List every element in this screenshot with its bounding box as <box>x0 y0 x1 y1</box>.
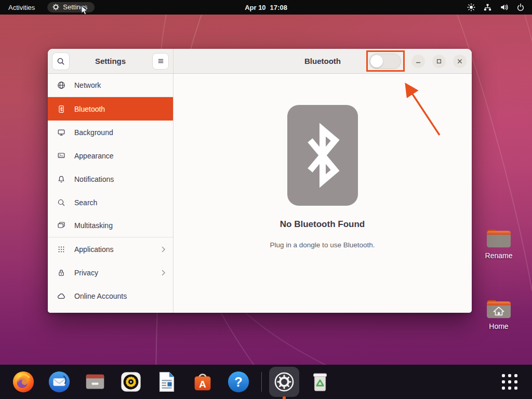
brightness-icon <box>467 3 475 11</box>
sidebar-header: Settings <box>48 49 174 73</box>
clock-date: Apr 10 <box>245 4 265 11</box>
sidebar-item-bluetooth[interactable]: Bluetooth <box>48 97 173 121</box>
sidebar-item-multitasking[interactable]: Multitasking <box>48 214 173 237</box>
clock-time: 17:08 <box>270 4 287 11</box>
sidebar-item-privacy[interactable]: Privacy <box>48 261 173 284</box>
bluetooth-logo-icon <box>301 122 344 189</box>
search-button[interactable] <box>52 52 70 70</box>
sidebar-item-background[interactable]: Background <box>48 121 173 144</box>
sidebar-item-label: Network <box>74 81 101 89</box>
desktop-icon-label: Rename <box>485 251 513 260</box>
dock-libreoffice-writer[interactable] <box>152 367 182 397</box>
dock-settings[interactable] <box>269 367 299 397</box>
empty-state-title: No Bluetooth Found <box>280 219 365 230</box>
files-icon <box>83 370 107 394</box>
titlebar[interactable]: Settings Bluetooth <box>48 49 472 74</box>
bluetooth-icon <box>57 105 65 113</box>
primary-menu-button[interactable] <box>152 53 169 70</box>
minimize-button[interactable] <box>411 55 425 68</box>
desktop-icon-home[interactable]: Home <box>474 297 524 330</box>
chevron-right-icon <box>162 246 166 252</box>
sidebar-item-appearance[interactable]: Appearance <box>48 144 173 167</box>
appearance-icon <box>57 152 65 160</box>
power-icon <box>516 3 525 11</box>
sidebar-item-search[interactable]: Search <box>48 191 173 214</box>
dock-firefox[interactable] <box>8 367 38 397</box>
sidebar-item-label: Bluetooth <box>74 105 105 113</box>
dock-rhythmbox[interactable] <box>116 367 146 397</box>
sidebar-item-label: Applications <box>74 245 114 254</box>
empty-state-subtitle: Plug in a dongle to use Bluetooth. <box>270 241 375 249</box>
cloud-icon <box>57 292 65 300</box>
settings-window: Settings Bluetooth <box>48 49 472 313</box>
sidebar-item-network[interactable]: Network <box>48 74 173 97</box>
sidebar-item-label: Notifications <box>74 175 114 183</box>
sidebar-item-notifications[interactable]: Notifications <box>48 167 173 191</box>
dock-separator <box>261 372 262 392</box>
page-title: Bluetooth <box>304 57 341 65</box>
trash-icon <box>308 370 332 394</box>
sidebar-item-label: Search <box>74 198 97 207</box>
bluetooth-logo-tile <box>287 105 358 206</box>
minimize-icon <box>415 58 422 65</box>
multitasking-icon <box>57 221 65 230</box>
ubuntu-software-icon: A <box>191 370 215 394</box>
firefox-icon <box>11 370 35 394</box>
activities-button[interactable]: Activities <box>0 0 43 15</box>
desktop: Rename Home Settings <box>0 0 532 399</box>
dock-help[interactable]: ? <box>223 367 254 397</box>
sidebar-item-label: Multitasking <box>74 221 113 230</box>
network-icon <box>483 3 492 11</box>
sidebar-item-online-accounts[interactable]: Online Accounts <box>48 284 173 308</box>
running-indicator <box>283 396 286 399</box>
apps-grid-icon <box>57 245 65 254</box>
close-button[interactable] <box>453 55 467 68</box>
search-icon <box>57 198 65 207</box>
dock-ubuntu-software[interactable]: A <box>188 367 218 397</box>
globe-icon <box>57 81 65 89</box>
gear-icon <box>52 4 59 10</box>
close-icon <box>456 58 463 65</box>
clock[interactable]: Apr 10 17:08 <box>245 4 287 11</box>
home-folder-icon <box>485 297 513 320</box>
maximize-icon <box>435 58 443 65</box>
sidebar-item-label: Online Accounts <box>74 292 127 300</box>
search-icon <box>57 57 65 65</box>
sidebar-item-applications[interactable]: Applications <box>48 237 173 261</box>
settings-sidebar: Network Bluetooth Background <box>48 74 174 313</box>
sidebar-item-label: Privacy <box>74 269 98 277</box>
window-title: Settings <box>95 57 126 65</box>
desktop-icon-label: Home <box>489 322 508 330</box>
bell-icon <box>57 175 65 183</box>
top-bar: Activities Settings Apr 10 17:08 <box>0 0 532 15</box>
svg-text:?: ? <box>234 375 243 389</box>
chevron-right-icon <box>162 270 166 276</box>
svg-text:A: A <box>199 379 206 390</box>
volume-icon <box>500 3 509 11</box>
thunderbird-icon <box>47 370 71 394</box>
sidebar-item-label: Appearance <box>74 152 114 160</box>
dock-trash[interactable] <box>305 367 335 397</box>
libreoffice-writer-icon <box>155 370 179 394</box>
hamburger-menu-icon <box>157 57 165 65</box>
system-status-area[interactable] <box>467 3 532 11</box>
page-header: Bluetooth <box>174 49 472 73</box>
bluetooth-page: No Bluetooth Found Plug in a dongle to u… <box>174 74 471 313</box>
show-applications-button[interactable] <box>502 374 517 390</box>
mouse-cursor <box>81 5 90 16</box>
dock-files[interactable] <box>80 367 110 397</box>
sidebar-item-label: Background <box>74 128 113 137</box>
folder-icon <box>485 227 513 249</box>
background-icon <box>57 128 65 137</box>
lock-icon <box>57 269 65 277</box>
dock-thunderbird[interactable] <box>44 367 74 397</box>
help-icon: ? <box>227 370 250 394</box>
dock: A ? <box>0 365 532 399</box>
annotation-rectangle <box>366 50 405 72</box>
settings-gear-icon <box>273 371 295 393</box>
desktop-icon-rename[interactable]: Rename <box>474 227 524 260</box>
rhythmbox-icon <box>119 370 143 394</box>
maximize-button[interactable] <box>432 55 446 68</box>
